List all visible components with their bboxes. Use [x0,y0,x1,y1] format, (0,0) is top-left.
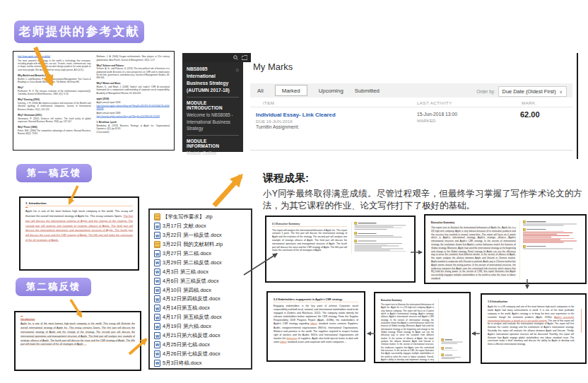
marks-tabs: AllMarkedUpcomingSubmitted [257,85,380,96]
file-row[interactable]: w3月29日 第二稿反馈.docx [154,258,251,267]
file-row[interactable]: w4月3日 第三稿.docx [154,267,251,276]
word-file-icon: w [154,259,160,266]
file-row[interactable]: w4月17日 第五稿反馈.docx [154,313,251,322]
comment-line [441,358,454,359]
marks-card: AllMarkedUpcomingSubmitted Order by: Due… [250,83,572,151]
word-file-icon: w [154,250,160,257]
flow4-paragraph: The report tries to illustrate the inter… [381,303,434,363]
comment-line [523,240,560,240]
reference-doc: http://www.apple.com/accessibility/The m… [13,51,175,151]
draft2-feedback-label: 第二稿反馈 [16,278,91,296]
course-title-text: NBS8085 International Business Strategy … [187,66,230,93]
essay-flow-doc-5: 5.2 Stakeholders engagement in Apple's C… [266,291,365,362]
essay-flow-doc-1-page: 0.1 Executive Summary This report will a… [266,217,414,259]
file-row[interactable]: w3月27日 第二稿.docx [154,249,251,259]
file-row[interactable]: w4月21日第六稿反馈.docx [154,331,251,341]
word-file-icon: w [154,223,160,230]
comment-icon-row [441,338,464,341]
word-file-icon: w [154,305,160,312]
folder-icon[interactable] [242,55,247,60]
essay-flow-doc-5-page: 5.2 Stakeholders engagement in Apple's C… [268,293,364,348]
comment-line [355,225,406,226]
file-row[interactable]: w4月14日第五稿.docx [154,304,251,313]
comment-line [523,234,557,235]
reference-text: Why? Porter (1990): [18,126,91,129]
sidebar-divider [187,135,239,136]
file-name: 4月21日第六稿反馈.docx [163,332,220,339]
essay-text-block: Executive Summary This report tries to i… [431,220,516,280]
reference-text: 1. Mendelow, Lynch: [97,121,170,124]
file-row[interactable]: w4月25日第七稿.docx [154,340,251,349]
tab-all[interactable]: All [257,88,264,94]
word-file-icon: w [154,360,160,367]
tracked-change-mark [25,207,28,208]
essay-text: standard issues and cooperate with some … [287,341,347,343]
course-title: NBS8085 International Business Strategy … [187,66,239,93]
flow5-heading: 5.2 Stakeholders engagement in Apple's C… [274,297,358,302]
file-row[interactable]: w5月3日终稿.docx [154,358,251,367]
teacher-refs-label: 老师提供的参考文献 [14,20,144,43]
comment-line [441,357,461,358]
essay-text-block: 1.0 Introduction Apple Inc is a US compa… [488,300,574,346]
order-by-dropdown[interactable]: Due Date (Oldest First) ∨ [498,86,567,97]
file-name: 4月17日 第五稿反馈.docx [163,314,222,321]
home-icon[interactable]: ⌂ [235,66,239,74]
comment-icon-row [441,347,464,350]
marks-column-headers: ITEM LAST ACTIVITY MARK [250,98,572,107]
file-row[interactable]: w4月10日 第四稿.docx [154,285,251,295]
file-row[interactable]: 3月22日 我的文献材料.zip [154,240,251,249]
comment-line [355,247,382,248]
assignment-link[interactable]: Individual Essay- Link Cleared [256,112,336,118]
file-name: 3月27日 第二稿.docx [163,250,211,257]
reference-text: Why? Dunning (2000): [18,98,91,101]
change-bar [581,309,582,333]
essay-flow-doc-2: Executive Summary This report tries to i… [424,214,587,284]
file-row[interactable]: w4月19日 第六稿.docx [154,322,251,331]
file-row[interactable]: w4月12日第四稿反馈.docx [154,295,251,304]
assignment-last-activity: 15-Jun-2018 13:00 [417,112,457,117]
comment-author-line [527,221,546,222]
file-name: 4月12日第四稿反馈.docx [163,295,220,302]
word-file-icon: w [154,269,160,276]
tab-marked[interactable]: Marked [275,85,307,96]
margin-comment [523,228,580,243]
file-row[interactable]: w3月17日 文献.docx [154,222,251,231]
file-row[interactable]: w4月26日第七稿反馈.docx [154,349,251,358]
comment-line [355,243,402,244]
comment-line [523,235,569,236]
file-row[interactable]: w3月22日 第一稿反馈.docx [154,231,251,240]
comment-author-line [358,241,377,242]
tab-submitted[interactable]: Submitted [355,88,380,94]
word-file-icon: w [154,287,160,294]
file-row[interactable]: w4月6日 第三稿反馈.docx [154,276,251,285]
tab-upcoming[interactable]: Upcoming [319,88,343,94]
sidebar-item[interactable]: Welcome to NBS8085 - International Busin… [187,112,239,131]
comment-line [441,350,457,350]
file-name: 4月26日第七稿反馈.docx [163,350,220,358]
flow2-paragraph: This report tries to illustrate the inte… [431,225,516,280]
order-by-value: Due Date (Oldest First) [502,88,556,95]
essay-flow-doc-3: 1.0 Introduction Apple Inc is a US compa… [481,293,587,364]
essay-text: The first part will discuss the internat… [25,214,133,241]
file-row[interactable]: 【学生写作要求】.zip [154,213,251,222]
search-icon[interactable] [233,55,238,60]
reference-text: (Coursework) [97,131,170,134]
assignment-row: Individual Essay- Link Cleared DUE 16-JU… [250,107,572,148]
flow5-paragraph: Engaging stakeholders is the key point o… [274,304,358,343]
file-name: 4月6日 第三稿反馈.docx [163,278,219,285]
reference-link: http://www.apple.com/accessibility/ [18,55,91,58]
comment-line [523,231,563,232]
draft1-feedback-label: 第一稿反馈 [16,164,92,182]
comment-line [355,248,404,249]
comment-line [523,242,563,242]
file-name: 3月17日 文献.docx [163,223,206,230]
draft1-doc: 1. Introduction Apple Inc is one of the … [19,196,139,271]
draft2-page: Introduction Apple Inc is one of the mos… [16,312,140,349]
sidebar-item[interactable]: Module Outline [187,150,239,156]
file-name: 4月14日第五稿.docx [163,305,210,312]
reference-text: Why? Scherer and Palazzo: [97,64,170,66]
margin-comment [523,220,580,225]
essay-text: This report will analysis the internatio… [272,228,347,251]
comment-line [523,241,577,242]
reference-text: Mendelow, A. (1973) 'Business Strategy' … [97,124,170,131]
